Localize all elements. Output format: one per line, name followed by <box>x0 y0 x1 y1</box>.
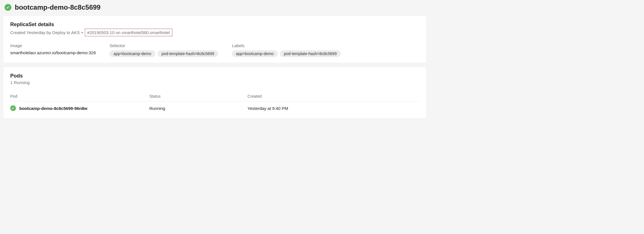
image-block: Image smarthotelacr.azurecr.io/bootcamp-… <box>10 43 96 57</box>
selector-pill: app=bootcamp-demo <box>110 50 155 57</box>
created-by-text: Created Yesterday by Deploy to AKS <box>10 30 80 35</box>
selector-pills: app=bootcamp-demo pod-template-hash=8c8c… <box>110 50 218 57</box>
separator-dot: • <box>81 30 83 35</box>
build-link[interactable]: #20190503.10 on smarthotel360.smarthotel <box>85 29 172 36</box>
selector-label: Selector <box>110 43 218 48</box>
image-value: smarthotelacr.azurecr.io/bootcamp-demo:3… <box>10 50 96 55</box>
pods-table-row[interactable]: ✓ bootcamp-demo-8c8c5699-96n8w Running Y… <box>10 101 419 113</box>
details-subtitle: Created Yesterday by Deploy to AKS • #20… <box>10 29 419 36</box>
page-header: ✓ bootcamp-demo-8c8c5699 <box>3 3 426 11</box>
pods-header-pod: Pod <box>10 94 149 99</box>
pods-header-created: Created <box>247 94 419 99</box>
labels-pills: app=bootcamp-demo pod-template-hash=8c8c… <box>232 50 340 57</box>
replicaset-details-card: ReplicaSet details Created Yesterday by … <box>3 16 426 63</box>
status-success-icon: ✓ <box>5 4 11 11</box>
pods-subtitle: 1 Running <box>10 80 419 85</box>
pods-card-title: Pods <box>10 73 419 79</box>
label-pill: pod-template-hash=8c8c5699 <box>280 50 341 57</box>
pod-status: Running <box>149 106 247 111</box>
selector-block: Selector app=bootcamp-demo pod-template-… <box>110 43 218 57</box>
details-grid: Image smarthotelacr.azurecr.io/bootcamp-… <box>10 43 419 57</box>
pod-name-cell: ✓ bootcamp-demo-8c8c5699-96n8w <box>10 105 149 111</box>
pod-name: bootcamp-demo-8c8c5699-96n8w <box>19 106 87 111</box>
label-pill: app=bootcamp-demo <box>232 50 278 57</box>
details-card-title: ReplicaSet details <box>10 22 419 28</box>
image-label: Image <box>10 43 96 48</box>
pods-header-status: Status <box>149 94 247 99</box>
checkmark-icon: ✓ <box>11 106 15 110</box>
pods-card: Pods 1 Running Pod Status Created ✓ boot… <box>3 67 426 118</box>
pod-created: Yesterday at 9:40 PM <box>247 106 419 111</box>
pods-header-row: Pod Status Created <box>10 92 419 101</box>
labels-label: Labels <box>232 43 340 48</box>
checkmark-icon: ✓ <box>6 5 10 9</box>
pods-table: Pod Status Created ✓ bootcamp-demo-8c8c5… <box>10 92 419 113</box>
pod-status-success-icon: ✓ <box>10 105 16 111</box>
page-title: bootcamp-demo-8c8c5699 <box>15 3 100 11</box>
labels-block: Labels app=bootcamp-demo pod-template-ha… <box>232 43 340 57</box>
selector-pill: pod-template-hash=8c8c5699 <box>158 50 218 57</box>
